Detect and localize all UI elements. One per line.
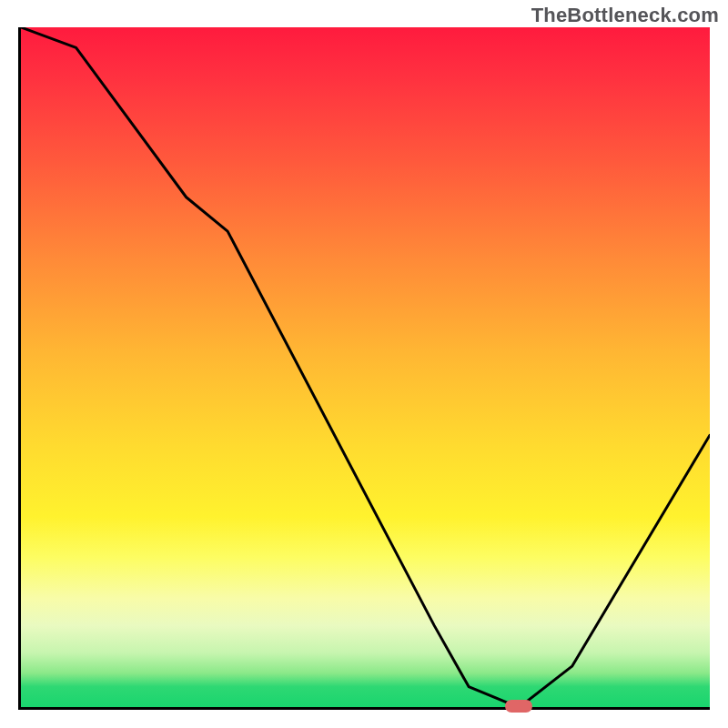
- selection-marker: [505, 700, 532, 713]
- chart-container: TheBottleneck.com: [0, 0, 728, 728]
- plot-area: [18, 27, 710, 710]
- watermark-text: TheBottleneck.com: [531, 4, 719, 27]
- gradient-background: [21, 27, 710, 707]
